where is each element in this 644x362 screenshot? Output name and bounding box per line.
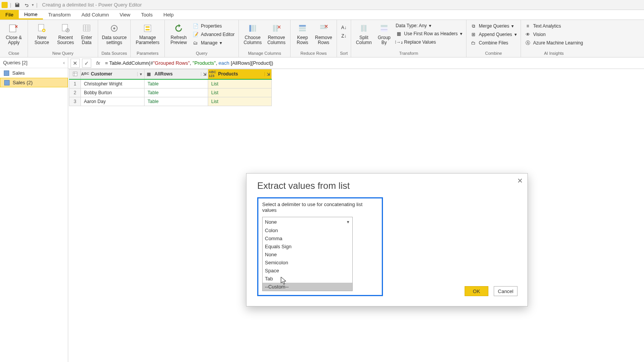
- delimiter-option-tab[interactable]: Tab: [263, 275, 352, 283]
- column-name-products: Products: [217, 71, 264, 77]
- ribbon-group-query: Refresh Preview 📄Properties 📝Advanced Ed…: [165, 20, 239, 57]
- type-table-icon[interactable]: ▦: [145, 72, 153, 77]
- tab-tools[interactable]: Tools: [136, 10, 158, 20]
- properties-icon: 📄: [192, 23, 199, 29]
- text-analytics-button[interactable]: ≡Text Analytics: [523, 22, 585, 30]
- refresh-preview-button[interactable]: Refresh Preview: [167, 21, 190, 45]
- recent-sources-button[interactable]: Recent Sources: [54, 21, 77, 45]
- vision-button[interactable]: 👁Vision: [523, 31, 585, 38]
- svg-rect-28: [381, 25, 388, 27]
- column-header-products[interactable]: ABC123 Products ⇲: [208, 69, 272, 79]
- type-any-icon[interactable]: ABC123: [208, 70, 217, 78]
- enter-data-button[interactable]: Enter Data: [78, 21, 95, 45]
- ok-button[interactable]: OK: [465, 286, 488, 296]
- cancel-button[interactable]: Cancel: [494, 286, 518, 296]
- table-icon: [4, 70, 9, 76]
- keep-rows-button[interactable]: Keep Rows: [293, 21, 312, 45]
- group-by-button[interactable]: Group By: [375, 21, 393, 45]
- row-number[interactable]: 3: [69, 97, 81, 106]
- undo-icon[interactable]: [23, 1, 30, 9]
- ribbon-group-close: Close & Apply Close: [0, 20, 28, 57]
- delimiter-option-space[interactable]: Space: [263, 267, 352, 275]
- delimiter-option-none[interactable]: None: [263, 251, 352, 259]
- tab-transform[interactable]: Transform: [43, 10, 76, 20]
- cell-customer[interactable]: Aaron Day: [81, 97, 145, 106]
- row-number[interactable]: 2: [69, 88, 81, 97]
- expand-icon[interactable]: ⇲: [264, 72, 271, 76]
- tab-help[interactable]: Help: [158, 10, 179, 20]
- query-item-sales[interactable]: Sales: [0, 68, 68, 78]
- manage-icon: 🗂: [192, 40, 199, 46]
- remove-rows-button[interactable]: Remove Rows: [313, 21, 334, 45]
- queries-header[interactable]: Queries [2] ‹: [0, 57, 68, 68]
- delimiter-combo[interactable]: None ▼ Colon Comma Equals Sign None Semi…: [262, 217, 353, 291]
- cell-products[interactable]: List: [208, 97, 272, 106]
- delimiter-option-comma[interactable]: Comma: [263, 234, 352, 242]
- formula-commit-button[interactable]: ✓: [82, 59, 91, 68]
- advanced-editor-icon: 📝: [192, 31, 199, 38]
- save-icon[interactable]: [13, 1, 21, 9]
- use-first-row-button[interactable]: ▦Use First Row as Headers ▾: [394, 30, 464, 38]
- expand-icon[interactable]: ⇲: [201, 72, 208, 76]
- formula-cancel-button[interactable]: ✕: [71, 59, 80, 68]
- filter-dropdown-icon[interactable]: ▾: [137, 72, 144, 76]
- properties-button[interactable]: 📄Properties: [191, 22, 236, 30]
- column-header-allrows[interactable]: ▦ AllRows ⇲: [145, 69, 208, 79]
- grid-corner[interactable]: [69, 69, 81, 79]
- close-icon[interactable]: ✕: [517, 177, 523, 185]
- replace-icon: ⁝→₂: [396, 39, 402, 45]
- svg-rect-25: [361, 25, 363, 32]
- ribbon: Close & Apply Close New Source Recent So…: [0, 20, 644, 57]
- chevron-left-icon[interactable]: ‹: [63, 60, 65, 66]
- replace-values-label: Replace Values: [404, 39, 436, 45]
- manage-button[interactable]: 🗂Manage ▾: [191, 39, 236, 47]
- replace-values-button[interactable]: ⁝→₂Replace Values: [394, 38, 464, 46]
- tab-file[interactable]: File: [0, 10, 19, 20]
- advanced-editor-button[interactable]: 📝Advanced Editor: [191, 31, 236, 38]
- queries-header-label: Queries [2]: [3, 60, 28, 66]
- choose-columns-label: Choose Columns: [243, 35, 261, 45]
- formula-text[interactable]: = Table.AddColumn(#"Grouped Rows", "Prod…: [105, 60, 273, 66]
- delimiter-option-colon[interactable]: Colon: [263, 226, 352, 234]
- tab-view[interactable]: View: [114, 10, 136, 20]
- svg-rect-18: [273, 25, 275, 32]
- fx-icon[interactable]: fx: [94, 60, 103, 66]
- cell-allrows[interactable]: Table: [145, 97, 208, 106]
- combine-files-label: Combine Files: [479, 40, 508, 46]
- column-header-customer[interactable]: ABC Customer ▾: [81, 69, 145, 79]
- combine-files-button[interactable]: 🗀Combine Files: [469, 39, 518, 47]
- manage-parameters-button[interactable]: Manage Parameters: [133, 21, 162, 45]
- sort-desc-button[interactable]: Z↓: [339, 32, 348, 40]
- cell-products[interactable]: List: [208, 79, 272, 88]
- cell-allrows[interactable]: Table: [145, 88, 208, 97]
- delimiter-option-semicolon[interactable]: Semicolon: [263, 259, 352, 267]
- data-type-button[interactable]: Data Type: Any ▾: [394, 22, 464, 29]
- delimiter-option-equals[interactable]: Equals Sign: [263, 242, 352, 251]
- delimiter-selected[interactable]: None ▼: [263, 217, 352, 226]
- svg-rect-17: [255, 25, 256, 32]
- new-source-button[interactable]: New Source: [30, 21, 53, 45]
- row-number[interactable]: 1: [69, 79, 81, 88]
- append-queries-button[interactable]: ⊞Append Queries ▾: [469, 31, 518, 38]
- query-item-sales-2[interactable]: Sales (2): [0, 78, 68, 87]
- qat-dropdown-icon[interactable]: ▾: [32, 3, 34, 7]
- close-apply-button[interactable]: Close & Apply: [2, 21, 25, 45]
- tab-add-column[interactable]: Add Column: [76, 10, 114, 20]
- split-column-button[interactable]: Split Column: [353, 21, 374, 45]
- type-text-icon[interactable]: ABC: [81, 72, 89, 76]
- queries-panel: Queries [2] ‹ Sales Sales (2): [0, 57, 68, 362]
- svg-rect-22: [299, 30, 306, 31]
- merge-queries-button[interactable]: ⧉Merge Queries ▾: [469, 22, 518, 30]
- choose-columns-button[interactable]: Choose Columns: [241, 21, 264, 45]
- remove-columns-button[interactable]: Remove Columns: [265, 21, 288, 45]
- sort-asc-button[interactable]: A↓: [339, 24, 348, 31]
- cell-customer[interactable]: Bobby Burton: [81, 88, 145, 97]
- cell-allrows[interactable]: Table: [145, 79, 208, 88]
- cell-customer[interactable]: Christopher Wright: [81, 79, 145, 88]
- tab-home[interactable]: Home: [19, 10, 43, 20]
- ribbon-group-manage-columns: Choose Columns Remove Columns Manage Col…: [239, 20, 291, 57]
- cell-products[interactable]: List: [208, 88, 272, 97]
- data-source-settings-button[interactable]: Data source settings: [100, 21, 128, 45]
- azure-ml-button[interactable]: ⒶAzure Machine Learning: [523, 39, 585, 47]
- delimiter-option-custom[interactable]: --Custom--: [263, 283, 352, 291]
